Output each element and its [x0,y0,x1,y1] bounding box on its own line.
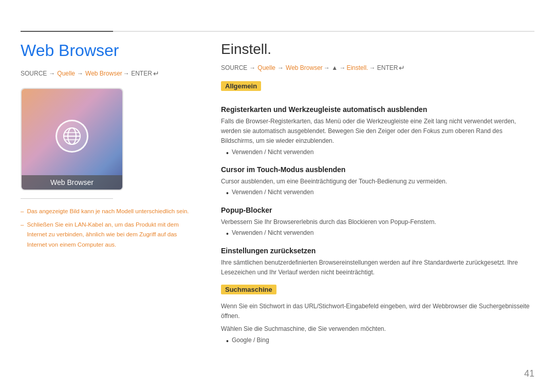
heading-cursor: Cursor im Touch-Modus ausblenden [221,165,534,174]
notes-section: – Das angezeigte Bild kann je nach Model… [21,207,195,250]
breadcrumb-source: SOURCE [21,70,47,77]
body-suchmaschine-2: Wählen Sie die Suchmaschine, die Sie ver… [221,324,534,334]
left-panel: Web Browser SOURCE → Quelle → Web Browse… [21,0,195,392]
badge-allgemein: Allgemein [221,81,261,91]
browser-image: Web Browser [21,88,123,191]
section-registerkarten: Registerkarten und Werkzeugleiste automa… [221,105,534,158]
image-divider [21,198,113,199]
body-popup: Verbessern Sie Ihr Browsererlebnis durch… [221,217,534,227]
browser-label: Web Browser [22,175,122,190]
right-title: Einstell. [221,41,534,58]
bullet-registerkarten: • Verwenden / Nicht verwenden [226,148,534,159]
bullet-suchmaschine: • Google / Bing [226,337,534,347]
right-breadcrumb: SOURCE → Quelle → Web Browser → ▲ → Eins… [221,64,534,72]
breadcrumb-quelle: Quelle [57,70,75,77]
browser-image-bg [22,89,122,190]
heading-popup: Popup-Blocker [221,206,534,214]
body-reset: Ihre sämtlichen benutzerdefinierten Brow… [221,258,534,277]
note-item-1: – Das angezeigte Bild kann je nach Model… [21,207,195,217]
heading-reset: Einstellungen zurücksetzen [221,247,534,255]
badge-suchmaschine: Suchmaschine [221,285,276,294]
body-suchmaschine-1: Wenn Sie ein Stichwort in das URL/Stichw… [221,302,534,321]
breadcrumb-webbrowser: Web Browser [85,70,122,77]
globe-icon [62,126,82,146]
bullet-popup: • Verwenden / Nicht verwenden [226,229,534,239]
section-suchmaschine: Wenn Sie ein Stichwort in das URL/Stichw… [221,302,534,346]
right-panel: Einstell. SOURCE → Quelle → Web Browser … [221,0,534,392]
category-allgemein: Allgemein Registerkarten und Werkzeuglei… [221,81,534,277]
body-cursor: Cursor ausblenden, um eine Beeinträchtig… [221,177,534,186]
page-number: 41 [524,368,534,379]
section-popup: Popup-Blocker Verbessern Sie Ihr Browser… [221,206,534,239]
note-item-2: – Schließen Sie ein LAN-Kabel an, um das… [21,220,195,250]
bullet-cursor: • Verwenden / Nicht verwenden [226,189,534,199]
page-title: Web Browser [21,41,195,60]
section-cursor: Cursor im Touch-Modus ausblenden Cursor … [221,165,534,199]
category-suchmaschine: Suchmaschine Wenn Sie ein Stichwort in d… [221,285,534,346]
body-registerkarten: Falls die Browser-Registerkarten, das Me… [221,117,534,146]
browser-globe-circle [55,120,88,153]
left-breadcrumb: SOURCE → Quelle → Web Browser → ENTER ↵ [21,69,195,78]
section-reset: Einstellungen zurücksetzen Ihre sämtlich… [221,247,534,277]
heading-registerkarten: Registerkarten und Werkzeugleiste automa… [221,105,534,114]
